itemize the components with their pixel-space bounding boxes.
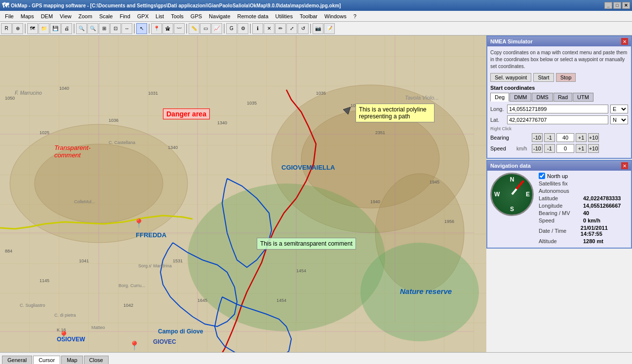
nav-close-button[interactable]: ✕	[621, 162, 628, 169]
start-button[interactable]: Start	[533, 73, 553, 82]
menu-navigate[interactable]: Navigate	[206, 12, 233, 20]
toolbar-btn-1[interactable]: R	[1, 23, 12, 34]
tab-rad[interactable]: Rad	[553, 93, 572, 102]
minimize-button[interactable]: _	[604, 2, 612, 9]
toolbar-btn-delete[interactable]: ✕	[264, 23, 275, 34]
menu-gpx[interactable]: GPX	[134, 12, 152, 20]
lat-label: Lat.	[490, 117, 505, 123]
nmea-title: NMEA Simulator ✕	[487, 36, 631, 46]
compass: N S E W	[490, 173, 534, 216]
toolbar-btn-zoom-out[interactable]: 🔍	[87, 23, 98, 34]
speed-unit: km/h	[516, 146, 530, 151]
menu-find[interactable]: Find	[117, 12, 133, 20]
toolbar-btn-zoom-rect[interactable]: ⊞	[99, 23, 110, 34]
toolbar-btn-track[interactable]: 〰	[174, 23, 185, 34]
bearing-value[interactable]	[556, 133, 574, 142]
close-button[interactable]: ✕	[622, 2, 630, 9]
stop-button[interactable]: Stop	[556, 73, 576, 82]
menu-remote-data[interactable]: Remote data	[235, 12, 272, 20]
menu-file[interactable]: File	[2, 12, 17, 20]
cgiovemaiella-label: CGIOVEMAIELLA	[281, 164, 335, 171]
lat-dir-select[interactable]: NS	[610, 115, 628, 124]
bearing-plus10[interactable]: +10	[588, 133, 599, 142]
toolbar-btn-route[interactable]: 🛣	[162, 23, 173, 34]
menu-utilities[interactable]: Utilities	[273, 12, 296, 20]
bearing-minus1[interactable]: -1	[544, 133, 555, 142]
bearing-minus10[interactable]: -10	[532, 133, 543, 142]
toolbar-btn-move[interactable]: ↔	[121, 23, 132, 34]
menu-windows[interactable]: Windows	[321, 12, 350, 20]
toolbar-btn-edit[interactable]: ✏	[275, 23, 286, 34]
datetime-label: Date / Time	[539, 228, 581, 234]
toolbar-btn-waypoint[interactable]: 📍	[151, 23, 162, 34]
tab-deg[interactable]: Deg	[490, 93, 509, 102]
tab-dmm[interactable]: DMM	[510, 93, 531, 102]
speed-plus1[interactable]: +1	[576, 144, 587, 153]
datetime-row: Date / Time 21/01/2011 14:57:55	[539, 225, 628, 237]
toolbar-btn-3[interactable]: 🗺	[27, 23, 38, 34]
sel-waypoint-button[interactable]: Sel. waypoint	[490, 73, 531, 82]
speed-plus10[interactable]: +10	[588, 144, 599, 153]
menu-help[interactable]: ?	[351, 12, 359, 20]
toolbar-btn-profile[interactable]: 📈	[211, 23, 222, 34]
north-up-checkbox[interactable]	[539, 173, 545, 179]
toolbar-sep-6	[224, 24, 225, 34]
toolbar-btn-area[interactable]: ▭	[200, 23, 211, 34]
toolbar-btn-5[interactable]: 💾	[50, 23, 61, 34]
bearing-plus1[interactable]: +1	[576, 133, 587, 142]
path-tooltip: This is a vectorial polyline representin…	[356, 104, 434, 122]
speed-row: Speed km/h -10 -1 +1 +10	[490, 144, 628, 153]
map-background	[0, 36, 486, 352]
toolbar-sep-7	[250, 24, 251, 34]
tab-general[interactable]: General	[2, 356, 32, 364]
menu-toolbar[interactable]: Toolbar	[297, 12, 320, 20]
menu-dem[interactable]: DEM	[38, 12, 56, 20]
nav-panel-title: Navigation data ✕	[487, 161, 631, 171]
toolbar-btn-gps2[interactable]: ⚙	[237, 23, 248, 34]
toolbar-btn-info[interactable]: ℹ	[252, 23, 263, 34]
tab-close[interactable]: Close	[84, 356, 109, 364]
lat-input[interactable]	[507, 115, 608, 124]
long-input[interactable]	[507, 105, 608, 113]
toolbar-btn-2[interactable]: ⊕	[12, 23, 23, 34]
toolbar-btn-6[interactable]: 🖨	[61, 23, 72, 34]
toolbar-btn-select[interactable]: ↖	[136, 23, 147, 34]
tab-cursor[interactable]: Cursor	[33, 356, 60, 364]
toolbar-btn-measure[interactable]: 📏	[189, 23, 199, 34]
menu-maps[interactable]: Maps	[18, 12, 37, 20]
speed-minus1[interactable]: -1	[544, 144, 555, 153]
toolbar-btn-photo[interactable]: 📷	[313, 23, 323, 34]
toolbar-btn-zoom-in[interactable]: 🔍	[76, 23, 87, 34]
menu-list[interactable]: List	[153, 12, 167, 20]
altitude-row: Altitude 1280 mt	[539, 238, 628, 244]
start-coords-label: Start coordinates	[490, 85, 628, 91]
menu-view[interactable]: View	[57, 12, 75, 20]
pin-1: 📍	[133, 218, 144, 229]
ffredda-label: FFREDDA	[136, 231, 166, 239]
nav-panel: Navigation data ✕ N S E W	[486, 160, 632, 249]
toolbar-btn-zoom-all[interactable]: ⊡	[110, 23, 121, 34]
speed-minus10[interactable]: -10	[532, 144, 543, 153]
map-area[interactable]: 1050 1040 1025 1036 1031 1340 1340 1035 …	[0, 36, 486, 352]
speed-nav-label: Speed	[539, 218, 583, 223]
toolbar-sep-2	[74, 24, 75, 34]
window-controls: _ □ ✕	[604, 2, 630, 9]
window-title: OkMap - GPS mapping software - [C:\Docum…	[9, 3, 604, 8]
speed-value[interactable]	[556, 144, 574, 153]
nmea-close-button[interactable]: ✕	[621, 38, 628, 45]
menu-scale[interactable]: Scale	[96, 12, 116, 20]
toolbar-btn-gps1[interactable]: G	[226, 23, 237, 34]
toolbar-btn-note[interactable]: 📝	[324, 23, 335, 34]
menu-gps[interactable]: GPS	[188, 12, 205, 20]
toolbar-btn-4[interactable]: 📁	[39, 23, 49, 34]
tab-map[interactable]: Map	[61, 356, 82, 364]
app-icon: 🗺	[2, 1, 9, 9]
long-dir-select[interactable]: EW	[610, 105, 628, 113]
menu-zoom[interactable]: Zoom	[76, 12, 95, 20]
menu-tools[interactable]: Tools	[168, 12, 187, 20]
tab-dms[interactable]: DMS	[532, 93, 553, 102]
maximize-button[interactable]: □	[613, 2, 621, 9]
tab-utm[interactable]: UTM	[573, 93, 593, 102]
toolbar-btn-move2[interactable]: ⤢	[286, 23, 297, 34]
toolbar-btn-rotate[interactable]: ↺	[298, 23, 309, 34]
